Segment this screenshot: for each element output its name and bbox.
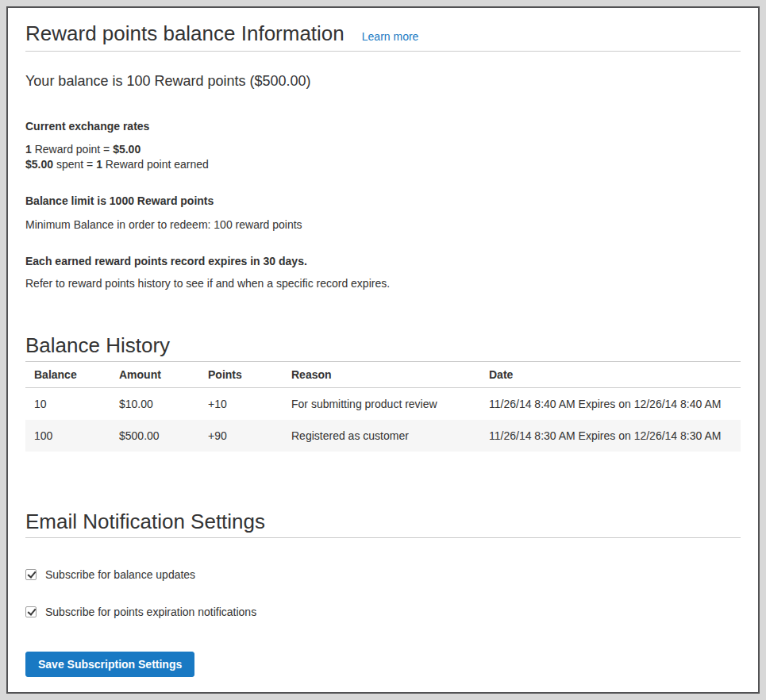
rate2-bold-amount: $5.00 (25, 158, 53, 171)
reward-points-panel: Reward points balance Information Learn … (6, 6, 760, 694)
learn-more-link[interactable]: Learn more (362, 30, 419, 43)
cell-amount: $500.00 (111, 420, 200, 452)
rate2-text-2: Reward point earned (102, 158, 209, 171)
expiration-notifications-label[interactable]: Subscribe for points expiration notifica… (45, 606, 256, 618)
save-subscription-button[interactable]: Save Subscription Settings (25, 652, 194, 677)
rate2-bold-points: 1 (96, 158, 102, 171)
exchange-rate-line-1: 1 Reward point = $5.00 (25, 142, 741, 157)
table-row: 10 $10.00 +10 For submitting product rev… (25, 388, 741, 421)
rate1-bold-amount: $5.00 (113, 143, 140, 156)
expiration-heading: Each earned reward points record expires… (25, 253, 741, 269)
rate1-bold-points: 1 (25, 143, 32, 156)
balance-updates-label[interactable]: Subscribe for balance updates (45, 568, 195, 581)
column-header-balance: Balance (25, 362, 111, 388)
cell-balance: 100 (25, 420, 111, 452)
column-header-amount: Amount (111, 362, 200, 388)
table-header-row: Balance Amount Points Reason Date (25, 362, 741, 388)
minimum-balance-note: Minimum Balance in order to redeem: 100 … (25, 217, 741, 233)
rate2-text-1: spent = (53, 158, 96, 171)
expiration-note: Refer to reward points history to see if… (25, 275, 741, 291)
page-title: Reward points balance Information (25, 21, 345, 46)
balance-history-title: Balance History (25, 333, 741, 358)
column-header-reason: Reason (283, 362, 481, 388)
column-header-date: Date (481, 362, 741, 388)
table-row: 100 $500.00 +90 Registered as customer 1… (25, 420, 741, 452)
balance-history-table: Balance Amount Points Reason Date 10 $10… (25, 362, 741, 452)
balance-updates-field: Subscribe for balance updates (25, 568, 741, 581)
cell-date: 11/26/14 8:40 AM Expires on 12/26/14 8:4… (481, 388, 741, 421)
cell-reason: Registered as customer (283, 420, 481, 452)
column-header-points: Points (200, 362, 283, 388)
divider (25, 537, 741, 538)
balance-summary: Your balance is 100 Reward points ($500.… (25, 72, 741, 90)
exchange-rate-line-2: $5.00 spent = 1 Reward point earned (25, 157, 741, 172)
email-settings-title: Email Notification Settings (25, 509, 741, 534)
balance-limit-heading: Balance limit is 1000 Reward points (25, 193, 741, 209)
divider (25, 51, 741, 52)
cell-amount: $10.00 (111, 388, 200, 421)
cell-points: +10 (200, 388, 283, 421)
expiration-notifications-field: Subscribe for points expiration notifica… (25, 606, 741, 618)
page-header: Reward points balance Information Learn … (25, 21, 741, 46)
rate1-text: Reward point = (32, 143, 113, 156)
balance-updates-checkbox[interactable] (25, 569, 37, 580)
cell-date: 11/26/14 8:30 AM Expires on 12/26/14 8:3… (481, 420, 741, 452)
cell-reason: For submitting product review (283, 388, 481, 421)
cell-balance: 10 (25, 388, 111, 421)
cell-points: +90 (200, 420, 283, 452)
expiration-notifications-checkbox[interactable] (25, 606, 37, 617)
page-background: Reward points balance Information Learn … (0, 0, 766, 700)
exchange-rates-heading: Current exchange rates (25, 118, 741, 134)
